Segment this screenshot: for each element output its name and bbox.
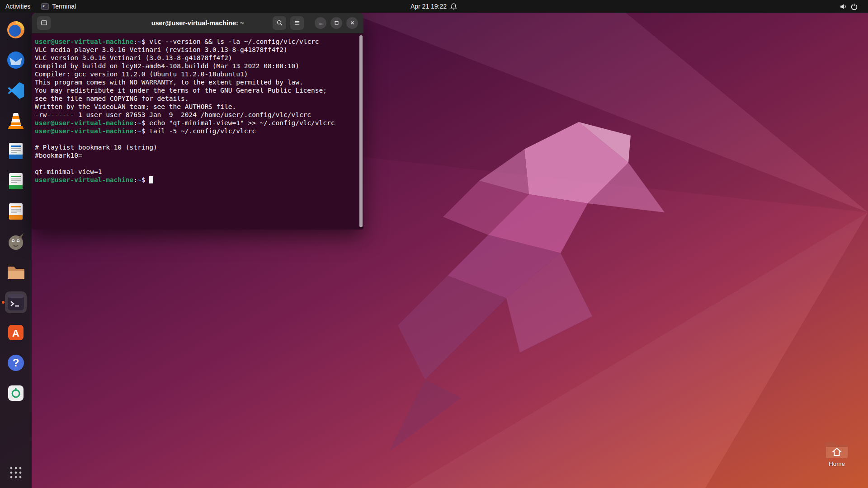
close-button[interactable] xyxy=(346,17,358,29)
files-icon xyxy=(6,262,26,282)
home-folder-icon xyxy=(825,439,849,459)
clock-label: Apr 21 19:22 xyxy=(410,3,447,10)
dock-item-libreoffice-calc[interactable] xyxy=(0,170,32,192)
vscode-icon xyxy=(6,80,26,100)
firefox-icon xyxy=(6,20,26,40)
power-icon xyxy=(850,3,858,10)
focused-app-label: Terminal xyxy=(52,3,76,10)
dock-item-files[interactable] xyxy=(0,261,32,283)
system-status-area[interactable] xyxy=(834,0,863,13)
notification-bell-icon xyxy=(450,3,458,10)
help-icon: ? xyxy=(6,353,26,373)
search-button[interactable] xyxy=(273,16,286,30)
terminal-icon xyxy=(6,292,26,312)
dock-item-libreoffice-writer[interactable] xyxy=(0,140,32,162)
thunderbird-icon xyxy=(6,50,26,70)
dock-item-gimp[interactable] xyxy=(0,231,32,253)
terminal-titlebar[interactable]: user@user-virtual-machine: ~ xyxy=(32,13,363,33)
dock: A ? xyxy=(0,13,32,488)
close-icon xyxy=(349,19,356,26)
libreoffice-writer-icon xyxy=(6,141,26,161)
show-applications-icon xyxy=(8,465,24,480)
dock-item-help[interactable]: ? xyxy=(0,352,32,374)
svg-text:?: ? xyxy=(13,357,19,369)
dock-item-firefox[interactable] xyxy=(0,19,32,41)
dock-item-software-center[interactable] xyxy=(0,382,32,404)
dock-item-ubuntu-software[interactable]: A xyxy=(0,322,32,343)
svg-text:A: A xyxy=(12,328,19,339)
new-tab-icon xyxy=(41,19,47,26)
terminal-app-icon: >_ xyxy=(41,3,49,10)
vlc-icon xyxy=(6,111,26,131)
dock-item-vscode[interactable] xyxy=(0,80,32,101)
gimp-icon xyxy=(6,232,26,252)
dock-item-vlc[interactable] xyxy=(0,110,32,131)
software-center-icon xyxy=(6,383,26,403)
hamburger-menu-icon xyxy=(294,19,301,26)
minimize-icon xyxy=(317,19,324,26)
dock-item-thunderbird[interactable] xyxy=(0,49,32,71)
activities-button[interactable]: Activities xyxy=(0,0,36,13)
search-icon xyxy=(276,19,283,26)
maximize-icon xyxy=(333,19,340,26)
menu-button[interactable] xyxy=(290,16,304,30)
top-bar: Activities >_ Terminal Apr 21 19:22 xyxy=(0,0,868,13)
show-applications-button[interactable] xyxy=(0,462,32,483)
clock-button[interactable]: Apr 21 19:22 xyxy=(405,0,463,13)
home-folder-shortcut[interactable]: Home xyxy=(819,439,854,467)
maximize-button[interactable] xyxy=(330,17,342,29)
terminal-window: user@user-virtual-machine: ~ xyxy=(32,13,363,230)
focused-app-indicator[interactable]: >_ Terminal xyxy=(36,0,81,13)
new-tab-button[interactable] xyxy=(37,16,51,30)
ubuntu-software-icon: A xyxy=(6,323,26,343)
libreoffice-calc-icon xyxy=(6,171,26,191)
minimize-button[interactable] xyxy=(315,17,326,29)
volume-icon xyxy=(840,3,847,10)
dock-item-terminal[interactable] xyxy=(0,291,32,313)
dock-item-libreoffice-impress[interactable] xyxy=(0,201,32,222)
home-folder-label: Home xyxy=(829,460,845,467)
libreoffice-impress-icon xyxy=(6,202,26,221)
terminal-scrollbar-thumb[interactable] xyxy=(359,35,363,227)
terminal-output[interactable]: user@user-virtual-machine:~$ vlc --versi… xyxy=(32,33,363,230)
terminal-scrollbar[interactable] xyxy=(359,34,363,228)
